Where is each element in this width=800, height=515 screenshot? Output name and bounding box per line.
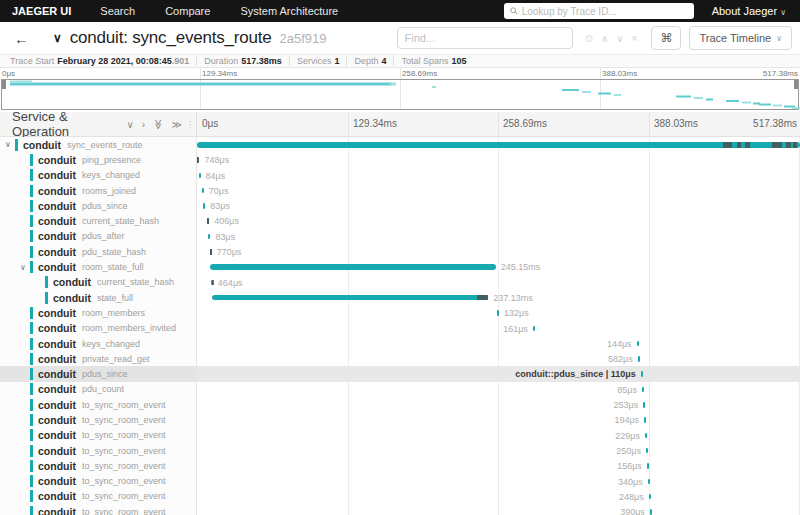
span-name-cell[interactable]: conduitkeys_changed <box>0 168 197 183</box>
span-row[interactable]: conduitto_sync_room_event229μs <box>0 428 800 443</box>
span-name-cell[interactable]: conduitto_sync_room_event <box>0 474 197 489</box>
span-name-cell[interactable]: conduitpdus_since <box>0 366 197 381</box>
span-timeline-cell[interactable]: 237.13ms <box>197 290 800 305</box>
span-timeline-cell[interactable]: 161μs <box>197 321 800 336</box>
span-timeline-cell[interactable]: 144μs <box>197 336 800 351</box>
span-name-cell[interactable]: conduitprivate_read_get <box>0 351 197 366</box>
find-next-icon[interactable]: ∨ <box>612 33 627 44</box>
span-timeline-cell[interactable]: 464μs <box>197 275 800 290</box>
span-row[interactable]: conduitpdu_count85μs <box>0 382 800 397</box>
span-name-cell[interactable]: conduitto_sync_room_event <box>0 504 197 515</box>
span-row[interactable]: conduitto_sync_room_event390μs <box>0 504 800 515</box>
span-name-cell[interactable]: conduitto_sync_room_event <box>0 489 197 504</box>
span-name-cell[interactable]: conduitrooms_joined <box>0 183 197 198</box>
span-row[interactable]: ∨conduitroom_state_full245.15ms <box>0 259 800 274</box>
span-timeline-cell[interactable]: 390μs <box>197 504 800 515</box>
span-bar[interactable] <box>646 448 648 454</box>
span-timeline-cell[interactable]: 70μs <box>197 183 800 198</box>
span-timeline-cell[interactable]: 582μs <box>197 351 800 366</box>
span-name-cell[interactable]: ∨conduitsync_events_route <box>0 137 197 152</box>
nav-item-compare[interactable]: Compare <box>150 5 225 17</box>
span-bar[interactable] <box>212 295 488 301</box>
span-name-cell[interactable]: conduitroom_members_invited <box>0 321 197 336</box>
span-timeline-cell[interactable]: 253μs <box>197 397 800 412</box>
span-bar[interactable] <box>643 402 645 408</box>
span-name-cell[interactable]: conduitto_sync_room_event <box>0 458 197 473</box>
collapse-one-icon[interactable]: ∨ <box>122 119 137 130</box>
span-bar[interactable] <box>210 264 496 270</box>
span-row[interactable]: conduitstate_full237.13ms <box>0 290 800 305</box>
span-timeline-cell[interactable] <box>197 137 800 152</box>
span-row[interactable]: conduitto_sync_room_event248μs <box>0 489 800 504</box>
span-row[interactable]: conduitto_sync_room_event253μs <box>0 397 800 412</box>
keyboard-shortcuts-button[interactable]: ⌘ <box>651 26 681 50</box>
span-name-cell[interactable]: conduitpdus_since <box>0 198 197 213</box>
back-arrow-icon[interactable]: ← <box>0 30 39 47</box>
span-bar[interactable] <box>197 142 800 148</box>
span-name-cell[interactable]: conduitpdu_state_hash <box>0 244 197 259</box>
expand-all-icon[interactable]: ≫ <box>168 119 186 130</box>
span-timeline-cell[interactable]: 406μs <box>197 213 800 228</box>
span-timeline-cell[interactable]: 340μs <box>197 474 800 489</box>
span-bar[interactable] <box>202 188 204 194</box>
span-bar[interactable] <box>208 234 210 240</box>
expand-one-icon[interactable]: › <box>138 119 149 130</box>
find-input[interactable] <box>397 27 573 49</box>
span-name-cell[interactable]: conduitto_sync_room_event <box>0 443 197 458</box>
span-bar[interactable] <box>638 356 640 362</box>
about-jaeger-menu[interactable]: About Jaeger ∨ <box>712 5 800 17</box>
span-name-cell[interactable]: conduitto_sync_room_event <box>0 412 197 427</box>
span-bar[interactable] <box>642 387 644 393</box>
span-timeline-cell[interactable]: 248μs <box>197 489 800 504</box>
span-row[interactable]: conduitrooms_joined70μs <box>0 183 800 198</box>
span-timeline-cell[interactable]: 83μs <box>197 229 800 244</box>
span-timeline-cell[interactable]: 156μs <box>197 458 800 473</box>
span-name-cell[interactable]: conduitto_sync_room_event <box>0 428 197 443</box>
nav-item-system-architecture[interactable]: System Architecture <box>225 5 353 17</box>
span-name-cell[interactable]: conduitpdu_count <box>0 382 197 397</box>
collapse-all-icon[interactable]: ≫ <box>153 115 164 133</box>
span-bar[interactable] <box>637 341 639 347</box>
column-resizer-handle[interactable]: ⋮ <box>186 120 194 129</box>
span-bar[interactable] <box>497 310 499 316</box>
span-bar[interactable] <box>647 463 649 469</box>
span-name-cell[interactable]: conduitcurrent_state_hash <box>0 275 197 290</box>
minimap-canvas[interactable] <box>1 79 799 110</box>
span-row[interactable]: conduitpdus_after83μs <box>0 229 800 244</box>
span-row[interactable]: conduitkeys_changed144μs <box>0 336 800 351</box>
span-timeline-cell[interactable]: 748μs <box>197 152 800 167</box>
span-row[interactable]: conduitping_presence748μs <box>0 152 800 167</box>
span-row[interactable]: conduitto_sync_room_event156μs <box>0 458 800 473</box>
find-clear-icon[interactable]: × <box>628 33 642 44</box>
span-timeline-cell[interactable]: 245.15ms <box>197 259 800 274</box>
span-name-cell[interactable]: ∨conduitroom_state_full <box>0 259 197 274</box>
span-bar[interactable] <box>203 203 205 209</box>
span-timeline-cell[interactable]: 83μs <box>197 198 800 213</box>
span-bar[interactable] <box>648 479 650 485</box>
trace-view-select[interactable]: Trace Timeline ∨ <box>689 26 792 50</box>
jaeger-logo[interactable]: JAEGER UI <box>0 5 85 17</box>
find-scope-icon[interactable]: ⊙ <box>581 33 597 44</box>
span-row[interactable]: conduitkeys_changed84μs <box>0 168 800 183</box>
span-timeline-cell[interactable]: 770μs <box>197 244 800 259</box>
span-row[interactable]: conduitto_sync_room_event194μs <box>0 412 800 427</box>
span-timeline-cell[interactable]: 194μs <box>197 412 800 427</box>
span-timeline-cell[interactable]: 132μs <box>197 305 800 320</box>
span-row[interactable]: conduitcurrent_state_hash464μs <box>0 275 800 290</box>
range-scrubber-left[interactable] <box>2 80 6 89</box>
span-bar[interactable] <box>533 326 535 332</box>
nav-item-search[interactable]: Search <box>85 5 150 17</box>
span-row[interactable]: conduitroom_members132μs <box>0 305 800 320</box>
span-row[interactable]: conduitcurrent_state_hash406μs <box>0 213 800 228</box>
span-row[interactable]: conduitto_sync_room_event250μs <box>0 443 800 458</box>
span-row[interactable]: conduitpdu_state_hash770μs <box>0 244 800 259</box>
collapse-trace-chevron-icon[interactable]: ∨ <box>53 31 62 45</box>
find-prev-icon[interactable]: ∧ <box>597 33 612 44</box>
span-row[interactable]: conduitto_sync_room_event340μs <box>0 474 800 489</box>
span-name-cell[interactable]: conduitto_sync_room_event <box>0 397 197 412</box>
span-row[interactable]: conduitpdus_since83μs <box>0 198 800 213</box>
span-bar[interactable] <box>649 494 651 500</box>
span-bar[interactable] <box>199 173 201 179</box>
span-row[interactable]: conduitprivate_read_get582μs <box>0 351 800 366</box>
span-name-cell[interactable]: conduitkeys_changed <box>0 336 197 351</box>
